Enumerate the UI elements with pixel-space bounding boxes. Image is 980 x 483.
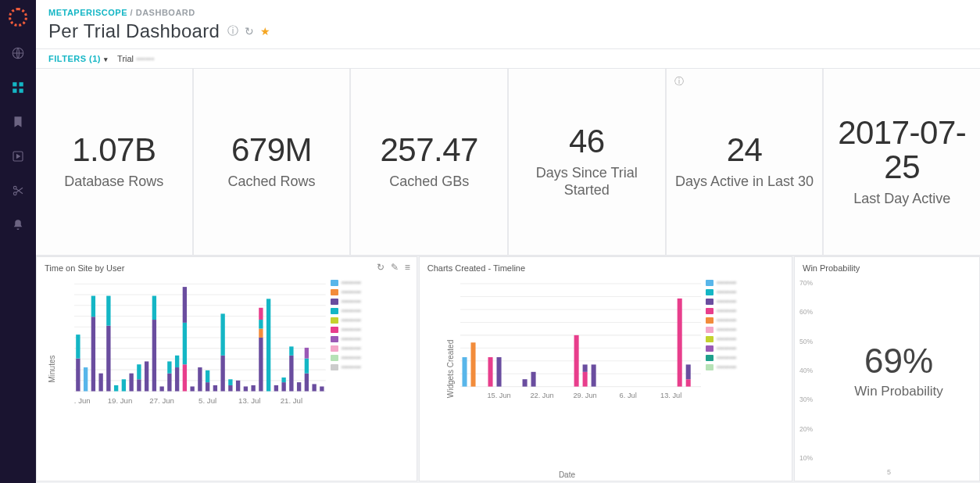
y-axis-label: Widgets Created bbox=[446, 340, 455, 398]
y-axis-label: Minutes bbox=[48, 355, 56, 382]
chart-time-on-site: 0183654729010812614416218011. Jun19. Jun… bbox=[74, 281, 326, 406]
svg-rect-43 bbox=[145, 361, 148, 391]
kpi-card: 46Days Since Trial Started bbox=[509, 69, 667, 255]
refresh-icon[interactable]: ↻ bbox=[377, 262, 384, 273]
svg-text:15. Jun: 15. Jun bbox=[487, 392, 510, 399]
kpi-label: Last Day Active bbox=[853, 191, 950, 208]
kpi-value: 2017-07-25 bbox=[830, 116, 974, 184]
filter-chip[interactable]: Trial •••••• bbox=[117, 54, 154, 63]
svg-rect-49 bbox=[175, 367, 179, 392]
svg-rect-55 bbox=[198, 367, 202, 392]
breadcrumb: METAPERISCOPE / DASHBOARD bbox=[48, 8, 967, 17]
info-icon[interactable]: ⓘ bbox=[227, 24, 238, 38]
svg-rect-60 bbox=[220, 313, 224, 355]
svg-rect-57 bbox=[206, 370, 209, 382]
svg-text:13. Jul: 13. Jul bbox=[660, 392, 681, 399]
play-icon[interactable] bbox=[10, 148, 26, 164]
legend: ••••••••••••••••••••••••••••••••••••••••… bbox=[331, 279, 412, 373]
kpi-value: 46 bbox=[569, 124, 605, 159]
svg-text:22. Jun: 22. Jun bbox=[530, 392, 553, 399]
svg-rect-114 bbox=[582, 364, 587, 371]
svg-text:19. Jun: 19. Jun bbox=[108, 396, 133, 405]
bell-icon[interactable] bbox=[10, 217, 26, 233]
svg-rect-76 bbox=[297, 382, 301, 391]
panel-title: Win Probability bbox=[795, 257, 979, 276]
page-title: Per Trial Dashboard bbox=[48, 20, 220, 42]
panel-title: Charts Created - Timeline bbox=[420, 257, 792, 276]
svg-rect-40 bbox=[129, 374, 133, 392]
info-icon[interactable]: ⓘ bbox=[674, 75, 684, 88]
refresh-icon[interactable]: ↻ bbox=[245, 25, 254, 38]
svg-rect-79 bbox=[305, 348, 309, 359]
svg-rect-37 bbox=[106, 296, 110, 326]
svg-rect-36 bbox=[106, 326, 110, 392]
logo-icon bbox=[9, 8, 27, 27]
globe-icon[interactable] bbox=[10, 45, 26, 61]
svg-rect-38 bbox=[114, 385, 118, 392]
svg-point-7 bbox=[13, 192, 16, 195]
svg-rect-116 bbox=[677, 299, 681, 387]
kpi-label: Cached Rows bbox=[227, 174, 315, 191]
svg-rect-75 bbox=[289, 346, 293, 355]
kpi-value: 257.47 bbox=[380, 133, 477, 167]
scissors-icon[interactable] bbox=[10, 183, 26, 199]
star-icon[interactable]: ★ bbox=[260, 25, 270, 38]
menu-icon[interactable]: ≡ bbox=[405, 262, 410, 273]
kpi-value: 679M bbox=[231, 133, 312, 167]
svg-rect-53 bbox=[183, 287, 187, 323]
svg-rect-61 bbox=[228, 385, 232, 392]
kpi-label: Days Active in Last 30 bbox=[675, 174, 814, 191]
kpi-card: ⓘ24Days Active in Last 30 bbox=[667, 69, 824, 255]
svg-point-6 bbox=[13, 186, 16, 189]
kpi-value: 24 bbox=[727, 133, 763, 167]
svg-rect-59 bbox=[220, 356, 224, 392]
svg-rect-1 bbox=[13, 82, 16, 86]
svg-rect-62 bbox=[228, 379, 232, 385]
breadcrumb-sep: / bbox=[131, 8, 134, 17]
kpi-label: Database Rows bbox=[64, 174, 163, 191]
win-y-axis: 70%60%50%40%30%20%10% bbox=[799, 279, 823, 462]
svg-text:13. Jul: 13. Jul bbox=[238, 396, 260, 405]
svg-text:11. Jun: 11. Jun bbox=[74, 396, 91, 405]
svg-rect-112 bbox=[574, 335, 578, 387]
kpi-label: Days Since Trial Started bbox=[515, 165, 659, 199]
breadcrumb-leaf: DASHBOARD bbox=[136, 8, 195, 17]
svg-rect-107 bbox=[470, 342, 475, 386]
svg-rect-70 bbox=[266, 299, 270, 391]
svg-rect-50 bbox=[175, 356, 179, 367]
svg-rect-48 bbox=[167, 361, 171, 373]
svg-rect-108 bbox=[488, 357, 492, 387]
filters-label[interactable]: FILTERS (1) ▾ bbox=[48, 54, 108, 63]
breadcrumb-root[interactable]: METAPERISCOPE bbox=[48, 8, 127, 17]
svg-rect-77 bbox=[305, 374, 309, 392]
kpi-row: 1.07BDatabase Rows679MCached Rows257.47C… bbox=[36, 69, 980, 256]
sidebar bbox=[0, 0, 36, 483]
edit-icon[interactable]: ✎ bbox=[391, 262, 399, 273]
svg-rect-74 bbox=[289, 356, 293, 392]
svg-rect-56 bbox=[206, 382, 209, 391]
panel-win-probability: Win Probability 70%60%50%40%30%20%10% 69… bbox=[794, 256, 980, 481]
win-x-tick: 5 bbox=[887, 468, 891, 476]
svg-rect-33 bbox=[91, 317, 95, 391]
svg-rect-63 bbox=[236, 381, 240, 392]
x-axis-label: Date bbox=[559, 470, 575, 479]
svg-rect-42 bbox=[137, 364, 141, 379]
svg-rect-52 bbox=[183, 323, 187, 364]
svg-rect-58 bbox=[213, 385, 217, 392]
panel-charts-created: Charts Created - Timeline Widgets Create… bbox=[419, 256, 792, 481]
svg-rect-51 bbox=[183, 364, 187, 391]
bookmark-icon[interactable] bbox=[10, 114, 26, 130]
svg-text:6. Jul: 6. Jul bbox=[619, 392, 636, 399]
svg-rect-39 bbox=[122, 379, 126, 391]
svg-rect-67 bbox=[259, 328, 263, 337]
svg-rect-35 bbox=[98, 374, 102, 392]
svg-rect-41 bbox=[137, 379, 141, 391]
svg-rect-3 bbox=[13, 89, 16, 93]
dashboard-icon[interactable] bbox=[10, 80, 26, 95]
svg-text:29. Jun: 29. Jun bbox=[573, 392, 596, 399]
svg-rect-78 bbox=[305, 359, 309, 374]
svg-rect-118 bbox=[685, 364, 690, 379]
svg-rect-71 bbox=[274, 385, 278, 392]
svg-rect-73 bbox=[281, 377, 285, 382]
kpi-card: 679MCached Rows bbox=[194, 69, 352, 255]
